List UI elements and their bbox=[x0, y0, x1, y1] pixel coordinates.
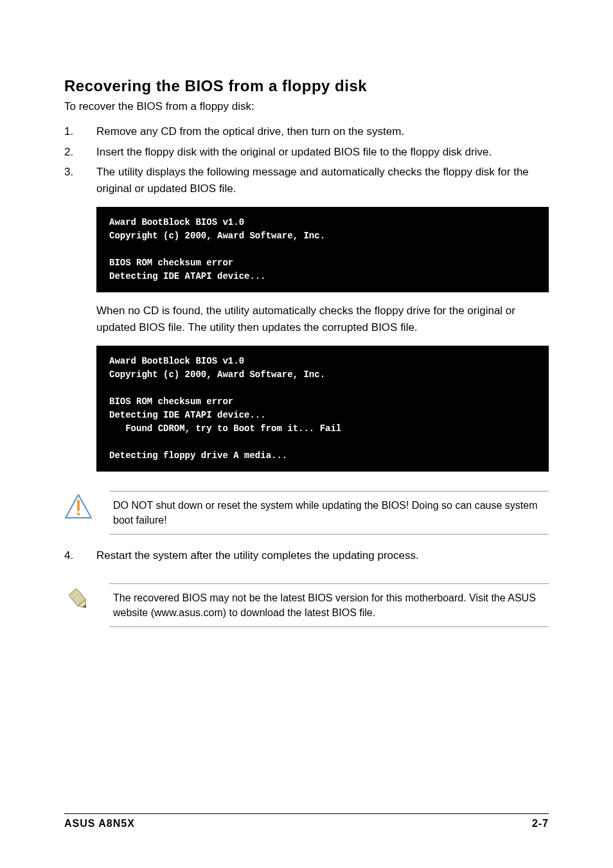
page-footer: ASUS A8N5X 2-7 bbox=[64, 813, 549, 829]
footer-left: ASUS A8N5X bbox=[64, 818, 135, 829]
step-number: 2. bbox=[64, 144, 96, 161]
steps-list-2: 4. Restart the system after the utility … bbox=[64, 547, 549, 564]
terminal-output-1: Award BootBlock BIOS v1.0 Copyright (c) … bbox=[96, 207, 549, 292]
terminal-output-2: Award BootBlock BIOS v1.0 Copyright (c) … bbox=[96, 346, 549, 472]
warning-note-box: DO NOT shut down or reset the system whi… bbox=[64, 491, 549, 535]
step-text: The utility displays the following messa… bbox=[96, 164, 549, 197]
step-text: Remove any CD from the optical drive, th… bbox=[96, 123, 549, 140]
steps-list: 1. Remove any CD from the optical drive,… bbox=[64, 123, 549, 197]
list-item: 2. Insert the floppy disk with the origi… bbox=[64, 144, 549, 161]
info-note-box: The recovered BIOS may not be the latest… bbox=[64, 583, 549, 627]
list-item: 3. The utility displays the following me… bbox=[64, 164, 549, 197]
list-item: 4. Restart the system after the utility … bbox=[64, 547, 549, 564]
svg-point-2 bbox=[77, 513, 80, 515]
step-text: Restart the system after the utility com… bbox=[96, 547, 549, 564]
step-number: 3. bbox=[64, 164, 96, 197]
step-text: Insert the floppy disk with the original… bbox=[96, 144, 549, 161]
list-item: 1. Remove any CD from the optical drive,… bbox=[64, 123, 549, 140]
intro-text: To recover the BIOS from a floppy disk: bbox=[64, 100, 549, 113]
footer-right: 2-7 bbox=[532, 818, 549, 829]
step-number: 4. bbox=[64, 547, 96, 564]
section-title: Recovering the BIOS from a floppy disk bbox=[64, 77, 549, 95]
pencil-icon bbox=[64, 583, 109, 612]
warning-note-text: DO NOT shut down or reset the system whi… bbox=[109, 491, 549, 535]
step-number: 1. bbox=[64, 123, 96, 140]
info-note-text: The recovered BIOS may not be the latest… bbox=[109, 583, 549, 627]
followup-text: When no CD is found, the utility automat… bbox=[96, 303, 549, 335]
warning-icon bbox=[64, 491, 109, 519]
